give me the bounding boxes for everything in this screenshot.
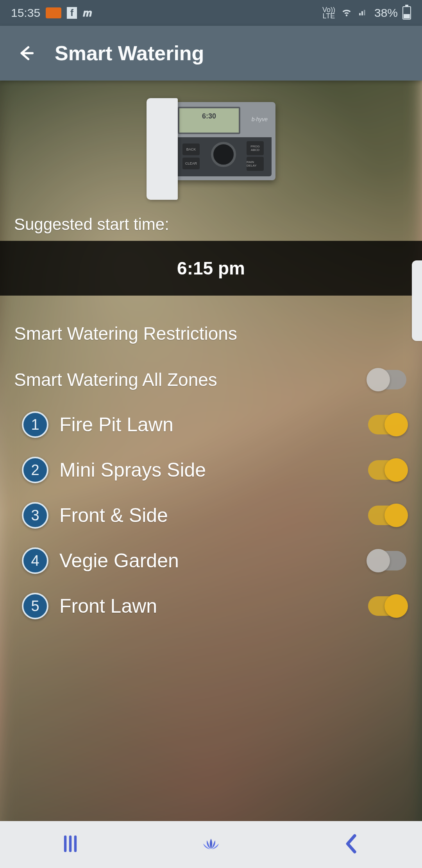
battery-icon bbox=[402, 6, 411, 20]
device-dial bbox=[211, 142, 236, 167]
zone-badge: 1 bbox=[22, 411, 48, 438]
zone-toggle[interactable] bbox=[368, 551, 406, 570]
zone-name: Fire Pit Lawn bbox=[59, 413, 368, 436]
device-illustration: 6:30 b·hyve BACK CLEAR PROG ABCD RAIN DE… bbox=[0, 81, 422, 210]
nav-bar bbox=[0, 821, 422, 868]
zone-row: 2Mini Sprays Side bbox=[0, 447, 422, 493]
graduation-icon bbox=[46, 7, 61, 18]
zone-row: 1Fire Pit Lawn bbox=[0, 402, 422, 447]
nav-home-button[interactable] bbox=[199, 832, 223, 857]
zone-name: Mini Sprays Side bbox=[59, 459, 368, 481]
all-zones-label: Smart Watering All Zones bbox=[14, 369, 368, 390]
zone-badge: 3 bbox=[22, 502, 48, 529]
abc-icon: 𝙢 bbox=[82, 7, 90, 20]
suggested-start-label: Suggested start time: bbox=[0, 210, 422, 241]
nav-back-button[interactable] bbox=[340, 832, 364, 857]
arrow-left-icon bbox=[16, 43, 36, 63]
restrictions-link[interactable]: Smart Watering Restrictions bbox=[0, 296, 422, 352]
device-btn-prog: PROG ABCD bbox=[247, 141, 264, 155]
device-btn-clear: CLEAR bbox=[182, 158, 200, 169]
suggested-start-time[interactable]: 6:15 pm bbox=[0, 241, 422, 296]
zone-name: Front Lawn bbox=[59, 595, 368, 617]
zone-toggle[interactable] bbox=[368, 506, 406, 525]
all-zones-row: Smart Watering All Zones bbox=[0, 352, 422, 402]
signal-icon bbox=[358, 6, 370, 20]
wifi-icon bbox=[340, 6, 353, 20]
device-btn-back: BACK bbox=[182, 143, 200, 155]
lotus-home-icon bbox=[199, 832, 223, 856]
status-bar: 15:35 f 𝙢 Vo)) LTE 38% bbox=[0, 0, 422, 26]
zone-row: 5Front Lawn bbox=[0, 583, 422, 629]
zone-name: Vegie Garden bbox=[59, 549, 368, 572]
zone-badge: 5 bbox=[22, 593, 48, 619]
nav-recent-button[interactable] bbox=[58, 832, 82, 857]
chevron-left-icon bbox=[340, 832, 364, 856]
zone-badge: 4 bbox=[22, 547, 48, 574]
recent-apps-icon bbox=[58, 832, 82, 856]
device-screen-time: 6:30 bbox=[179, 108, 239, 120]
facebook-icon: f bbox=[67, 7, 77, 19]
zone-toggle[interactable] bbox=[368, 596, 406, 616]
zone-badge: 2 bbox=[22, 457, 48, 483]
suggested-start-value: 6:15 pm bbox=[177, 258, 245, 279]
device-btn-rain: RAIN DELAY bbox=[247, 157, 264, 171]
zone-toggle[interactable] bbox=[368, 415, 406, 434]
zone-row: 4Vegie Garden bbox=[0, 538, 422, 583]
zone-toggle[interactable] bbox=[368, 460, 406, 480]
page-title: Smart Watering bbox=[55, 41, 204, 65]
status-time: 15:35 bbox=[11, 6, 40, 20]
back-button[interactable] bbox=[14, 41, 38, 65]
main-content: 6:30 b·hyve BACK CLEAR PROG ABCD RAIN DE… bbox=[0, 81, 422, 821]
volte-icon: Vo)) LTE bbox=[322, 7, 335, 19]
device-brand: b·hyve bbox=[252, 116, 268, 122]
zone-name: Front & Side bbox=[59, 504, 368, 527]
device-door bbox=[147, 98, 178, 200]
app-bar: Smart Watering bbox=[0, 26, 422, 81]
scroll-handle[interactable] bbox=[412, 260, 422, 341]
all-zones-toggle[interactable] bbox=[368, 370, 406, 389]
battery-percent: 38% bbox=[374, 6, 398, 20]
zone-row: 3Front & Side bbox=[0, 493, 422, 538]
